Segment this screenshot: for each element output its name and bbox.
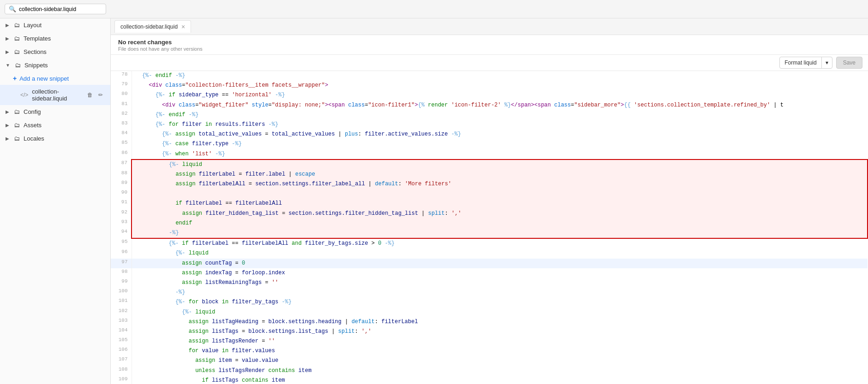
code-line: 105 assign listTagsRender = ''	[111, 337, 868, 346]
code-editor[interactable]: 78 {%- endif -%} 79 <div class="collecti…	[111, 71, 868, 384]
code-content[interactable]: <div class="widget_filter" style="displa…	[132, 100, 868, 110]
delete-button[interactable]: 🗑	[85, 91, 95, 99]
line-number: 80	[111, 90, 132, 100]
code-content[interactable]: -%}	[132, 288, 868, 297]
file-icon: </>	[20, 92, 28, 98]
code-content[interactable]: assign indexTag = forloop.index	[132, 268, 868, 278]
line-number: 96	[111, 248, 132, 258]
sidebar-item-layout[interactable]: ▶ 🗂 Layout	[0, 18, 110, 32]
line-number: 100	[111, 288, 132, 297]
line-number: 78	[111, 71, 132, 81]
code-content[interactable]: {%- for filter in results.filters -%}	[132, 120, 868, 130]
code-content[interactable]: assign listTagsRender = ''	[132, 337, 868, 346]
item-actions: 🗑 ✏	[85, 91, 105, 99]
sidebar-item-templates[interactable]: ▶ 🗂 Templates	[0, 32, 110, 45]
code-line: 78 {%- endif -%}	[111, 71, 868, 81]
code-content[interactable]: {%- assign total_active_values = total_a…	[132, 130, 868, 139]
code-content[interactable]: assign listRemainingTags = ''	[132, 278, 868, 288]
code-line: 94 -%}	[111, 228, 868, 238]
code-content[interactable]: assign item = value.value	[132, 356, 868, 366]
code-content[interactable]: {%- liquid	[132, 248, 868, 258]
code-line: 89 assign filterLabelAll = section.setti…	[111, 179, 868, 189]
code-content[interactable]: assign listTags = block.settings.list_ta…	[132, 327, 868, 337]
chevron-right-icon: ▶	[6, 123, 9, 128]
code-line: 83 {%- for filter in results.filters -%}	[111, 120, 868, 130]
format-dropdown-arrow[interactable]: ▾	[821, 57, 832, 68]
code-line: 95 {%- if filterLabel == filterLabelAll …	[111, 238, 868, 248]
code-line: 106 for value in filter.values	[111, 346, 868, 356]
search-icon: 🔍	[9, 6, 16, 12]
code-content[interactable]: assign filterLabelAll = section.settings…	[132, 179, 868, 189]
line-number: 103	[111, 317, 132, 327]
edit-button[interactable]: ✏	[96, 91, 105, 99]
code-content[interactable]: endif	[132, 219, 868, 228]
tab-label: collection-sidebar.liquid	[120, 24, 178, 30]
code-line: 87 {%- liquid	[111, 160, 868, 170]
code-content[interactable]: if filterLabel == filterLabelAll	[132, 199, 868, 208]
line-number: 82	[111, 110, 132, 120]
tab-close-button[interactable]: ×	[181, 24, 185, 30]
format-liquid-button[interactable]: Format liquid ▾	[779, 57, 832, 69]
line-number: 105	[111, 337, 132, 346]
code-line: 102 {%- liquid	[111, 307, 868, 317]
line-number: 102	[111, 307, 132, 317]
code-content[interactable]: {%- endif -%}	[132, 110, 868, 120]
sidebar-item-label: Layout	[24, 22, 42, 29]
code-content[interactable]: for value in filter.values	[132, 346, 868, 356]
file-item-label: collection-sidebar.liquid	[32, 88, 82, 102]
sidebar-item-collection-sidebar[interactable]: </> collection-sidebar.liquid 🗑 ✏	[0, 85, 110, 105]
code-content[interactable]: unless listTagsRender contains item	[132, 366, 868, 376]
code-line: 104 assign listTags = block.settings.lis…	[111, 327, 868, 337]
sidebar-item-config[interactable]: ▶ 🗂 Config	[0, 105, 110, 118]
code-content[interactable]: {%- endif -%}	[132, 71, 868, 81]
code-content[interactable]: if listTags contains item	[132, 376, 868, 384]
format-liquid-label: Format liquid	[780, 57, 821, 68]
code-line: 100 -%}	[111, 288, 868, 297]
code-content[interactable]: -%}	[132, 228, 868, 238]
code-line: 90	[111, 189, 868, 199]
save-button[interactable]: Save	[836, 57, 862, 69]
code-line: 109 if listTags contains item	[111, 376, 868, 384]
code-line: 96 {%- liquid	[111, 248, 868, 258]
line-number: 94	[111, 228, 132, 238]
code-line: 99 assign listRemainingTags = ''	[111, 278, 868, 288]
code-content[interactable]	[132, 189, 868, 199]
line-number: 109	[111, 376, 132, 384]
search-input[interactable]: collection-sidebar.liquid	[19, 6, 102, 12]
editor-tab[interactable]: collection-sidebar.liquid ×	[114, 20, 191, 33]
line-number: 92	[111, 209, 132, 219]
sidebar-item-label: Config	[24, 108, 41, 115]
sidebar-item-assets[interactable]: ▶ 🗂 Assets	[0, 118, 110, 132]
sidebar-item-label: Sections	[24, 48, 47, 55]
code-content[interactable]: {%- liquid	[132, 160, 868, 170]
main-layout: ▶ 🗂 Layout ▶ 🗂 Templates ▶ 🗂 Sections ▼ …	[0, 18, 868, 384]
code-line: 108 unless listTagsRender contains item	[111, 366, 868, 376]
code-content[interactable]: {%- if sidebar_type == 'horizontal' -%}	[132, 90, 868, 100]
sidebar-item-locales[interactable]: ▶ 🗂 Locales	[0, 132, 110, 145]
folder-icon: 🗂	[14, 35, 20, 42]
add-snippet-button[interactable]: + Add a new snippet	[0, 72, 110, 85]
folder-icon: 🗂	[14, 22, 20, 29]
code-content[interactable]: {%- if filterLabel == filterLabelAll and…	[132, 238, 868, 248]
code-line: 93 endif	[111, 219, 868, 228]
code-content[interactable]: assign listTagHeading = block.settings.h…	[132, 317, 868, 327]
code-content[interactable]: {%- case filter.type -%}	[132, 139, 868, 149]
no-changes-title: No recent changes	[118, 39, 861, 46]
code-content[interactable]: assign filterLabel = filter.label | esca…	[132, 170, 868, 179]
code-content[interactable]: {%- when 'list' -%}	[132, 149, 868, 160]
code-content[interactable]: <div class="collection-filters__item fac…	[132, 81, 868, 90]
line-number: 86	[111, 149, 132, 160]
code-content[interactable]: assign filter_hidden_tag_list = section.…	[132, 209, 868, 219]
line-number: 104	[111, 327, 132, 337]
plus-icon: +	[13, 75, 17, 82]
sidebar-item-snippets[interactable]: ▼ 🗂 Snippets	[0, 59, 110, 72]
sidebar-item-sections[interactable]: ▶ 🗂 Sections	[0, 45, 110, 59]
code-content[interactable]: {%- for block in filter_by_tags -%}	[132, 297, 868, 307]
code-content[interactable]: assign countTag = 0	[132, 259, 868, 268]
code-content[interactable]: {%- liquid	[132, 307, 868, 317]
line-number: 99	[111, 278, 132, 288]
code-line: 101 {%- for block in filter_by_tags -%}	[111, 297, 868, 307]
code-line: 82 {%- endif -%}	[111, 110, 868, 120]
search-box[interactable]: 🔍 collection-sidebar.liquid	[5, 4, 106, 14]
line-number: 95	[111, 238, 132, 248]
